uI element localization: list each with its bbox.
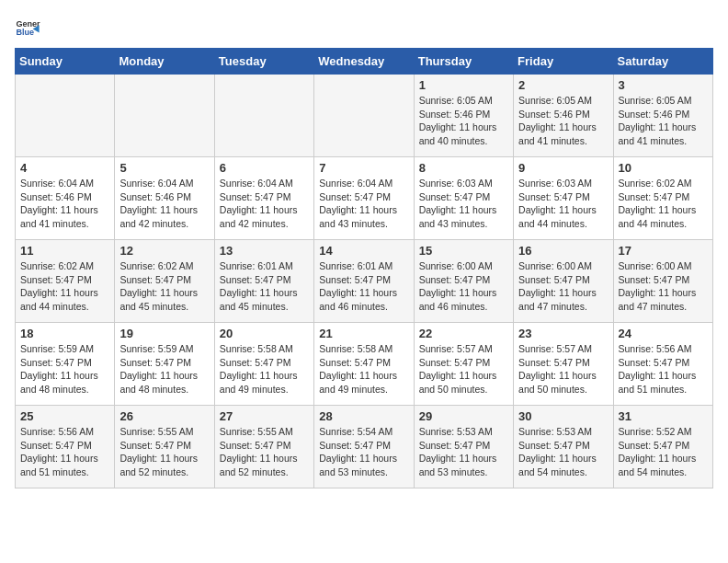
cell-info: Sunrise: 6:01 AM Sunset: 5:47 PM Dayligh… <box>220 259 309 314</box>
day-number: 18 <box>20 327 109 340</box>
cell-info: Sunrise: 6:05 AM Sunset: 5:46 PM Dayligh… <box>419 94 508 148</box>
calendar-cell: 1Sunrise: 6:05 AM Sunset: 5:46 PM Daylig… <box>414 75 513 157</box>
cell-info: Sunrise: 5:59 AM Sunset: 5:47 PM Dayligh… <box>119 342 209 396</box>
day-number: 12 <box>119 244 209 258</box>
week-row-2: 4Sunrise: 6:04 AM Sunset: 5:46 PM Daylig… <box>16 157 713 240</box>
day-number: 26 <box>119 409 209 423</box>
cell-info: Sunrise: 5:55 AM Sunset: 5:47 PM Dayligh… <box>220 425 309 479</box>
calendar-cell: 15Sunrise: 6:00 AM Sunset: 5:47 PM Dayli… <box>414 240 513 323</box>
day-number: 23 <box>518 327 608 340</box>
day-number: 6 <box>220 161 309 175</box>
calendar-cell: 7Sunrise: 6:04 AM Sunset: 5:47 PM Daylig… <box>314 157 414 240</box>
logo: General Blue <box>15 15 40 40</box>
calendar-cell: 21Sunrise: 5:58 AM Sunset: 5:47 PM Dayli… <box>314 323 414 406</box>
cell-info: Sunrise: 6:05 AM Sunset: 5:46 PM Dayligh… <box>518 94 608 148</box>
day-number: 13 <box>220 244 309 258</box>
cell-info: Sunrise: 5:53 AM Sunset: 5:47 PM Dayligh… <box>419 425 508 479</box>
calendar-cell: 4Sunrise: 6:04 AM Sunset: 5:46 PM Daylig… <box>16 157 115 240</box>
cell-info: Sunrise: 5:58 AM Sunset: 5:47 PM Dayligh… <box>220 342 309 396</box>
cell-info: Sunrise: 6:04 AM Sunset: 5:46 PM Dayligh… <box>20 177 109 231</box>
calendar-cell: 6Sunrise: 6:04 AM Sunset: 5:47 PM Daylig… <box>214 157 313 240</box>
cell-info: Sunrise: 6:03 AM Sunset: 5:47 PM Dayligh… <box>419 177 508 231</box>
day-number: 1 <box>419 78 508 92</box>
calendar-cell: 23Sunrise: 5:57 AM Sunset: 5:47 PM Dayli… <box>514 323 613 406</box>
day-number: 25 <box>20 409 109 423</box>
calendar-cell: 25Sunrise: 5:56 AM Sunset: 5:47 PM Dayli… <box>16 406 115 488</box>
day-number: 3 <box>619 78 708 92</box>
calendar-cell: 12Sunrise: 6:02 AM Sunset: 5:47 PM Dayli… <box>115 240 214 323</box>
cell-info: Sunrise: 5:57 AM Sunset: 5:47 PM Dayligh… <box>419 342 508 396</box>
calendar-cell: 17Sunrise: 6:00 AM Sunset: 5:47 PM Dayli… <box>613 240 712 323</box>
day-number: 16 <box>518 244 608 258</box>
calendar-cell <box>115 75 214 157</box>
day-number: 24 <box>619 327 708 340</box>
cell-info: Sunrise: 5:55 AM Sunset: 5:47 PM Dayligh… <box>119 425 209 479</box>
day-number: 5 <box>119 161 209 175</box>
cell-info: Sunrise: 5:53 AM Sunset: 5:47 PM Dayligh… <box>518 425 608 479</box>
day-number: 27 <box>220 409 309 423</box>
calendar-cell: 29Sunrise: 5:53 AM Sunset: 5:47 PM Dayli… <box>414 406 513 488</box>
cell-info: Sunrise: 6:01 AM Sunset: 5:47 PM Dayligh… <box>319 259 408 314</box>
calendar-cell: 26Sunrise: 5:55 AM Sunset: 5:47 PM Dayli… <box>115 406 214 488</box>
cell-info: Sunrise: 6:00 AM Sunset: 5:47 PM Dayligh… <box>419 259 508 314</box>
calendar-cell: 11Sunrise: 6:02 AM Sunset: 5:47 PM Dayli… <box>16 240 115 323</box>
cell-info: Sunrise: 6:02 AM Sunset: 5:47 PM Dayligh… <box>20 259 109 314</box>
day-number: 29 <box>419 409 508 423</box>
cell-info: Sunrise: 5:54 AM Sunset: 5:47 PM Dayligh… <box>319 425 408 479</box>
day-number: 17 <box>619 244 708 258</box>
calendar-cell: 14Sunrise: 6:01 AM Sunset: 5:47 PM Dayli… <box>314 240 414 323</box>
day-number: 21 <box>319 327 408 340</box>
calendar-cell: 22Sunrise: 5:57 AM Sunset: 5:47 PM Dayli… <box>414 323 513 406</box>
cell-info: Sunrise: 5:58 AM Sunset: 5:47 PM Dayligh… <box>319 342 408 396</box>
cell-info: Sunrise: 6:03 AM Sunset: 5:47 PM Dayligh… <box>518 177 608 231</box>
day-header-monday: Monday <box>115 49 214 75</box>
day-number: 8 <box>419 161 508 175</box>
calendar-cell: 24Sunrise: 5:56 AM Sunset: 5:47 PM Dayli… <box>613 323 712 406</box>
day-number: 7 <box>319 161 408 175</box>
day-header-friday: Friday <box>514 49 613 75</box>
calendar-cell: 8Sunrise: 6:03 AM Sunset: 5:47 PM Daylig… <box>414 157 513 240</box>
day-header-wednesday: Wednesday <box>314 49 414 75</box>
calendar-cell: 10Sunrise: 6:02 AM Sunset: 5:47 PM Dayli… <box>613 157 712 240</box>
cell-info: Sunrise: 6:00 AM Sunset: 5:47 PM Dayligh… <box>619 259 708 314</box>
calendar-cell: 27Sunrise: 5:55 AM Sunset: 5:47 PM Dayli… <box>214 406 313 488</box>
cell-info: Sunrise: 5:56 AM Sunset: 5:47 PM Dayligh… <box>619 342 708 396</box>
header: General Blue <box>15 15 713 40</box>
day-header-thursday: Thursday <box>414 49 513 75</box>
day-header-tuesday: Tuesday <box>214 49 313 75</box>
cell-info: Sunrise: 6:05 AM Sunset: 5:46 PM Dayligh… <box>619 94 708 148</box>
day-number: 14 <box>319 244 408 258</box>
calendar-cell <box>314 75 414 157</box>
calendar-table: SundayMondayTuesdayWednesdayThursdayFrid… <box>15 48 713 488</box>
calendar-cell: 3Sunrise: 6:05 AM Sunset: 5:46 PM Daylig… <box>613 75 712 157</box>
cell-info: Sunrise: 6:02 AM Sunset: 5:47 PM Dayligh… <box>119 259 209 314</box>
calendar-cell <box>16 75 115 157</box>
calendar-cell: 2Sunrise: 6:05 AM Sunset: 5:46 PM Daylig… <box>514 75 613 157</box>
day-header-sunday: Sunday <box>16 49 115 75</box>
day-number: 20 <box>220 327 309 340</box>
cell-info: Sunrise: 6:04 AM Sunset: 5:47 PM Dayligh… <box>220 177 309 231</box>
cell-info: Sunrise: 5:52 AM Sunset: 5:47 PM Dayligh… <box>619 425 708 479</box>
day-number: 11 <box>20 244 109 258</box>
week-row-4: 18Sunrise: 5:59 AM Sunset: 5:47 PM Dayli… <box>16 323 713 406</box>
day-number: 2 <box>518 78 608 92</box>
cell-info: Sunrise: 5:56 AM Sunset: 5:47 PM Dayligh… <box>20 425 109 479</box>
day-number: 9 <box>518 161 608 175</box>
calendar-cell: 18Sunrise: 5:59 AM Sunset: 5:47 PM Dayli… <box>16 323 115 406</box>
day-number: 10 <box>619 161 708 175</box>
cell-info: Sunrise: 5:59 AM Sunset: 5:47 PM Dayligh… <box>20 342 109 396</box>
svg-text:Blue: Blue <box>16 28 34 37</box>
day-number: 28 <box>319 409 408 423</box>
calendar-cell: 19Sunrise: 5:59 AM Sunset: 5:47 PM Dayli… <box>115 323 214 406</box>
cell-info: Sunrise: 6:04 AM Sunset: 5:46 PM Dayligh… <box>119 177 209 231</box>
day-number: 4 <box>20 161 109 175</box>
day-header-saturday: Saturday <box>613 49 712 75</box>
calendar-cell: 9Sunrise: 6:03 AM Sunset: 5:47 PM Daylig… <box>514 157 613 240</box>
day-number: 31 <box>619 409 708 423</box>
week-row-5: 25Sunrise: 5:56 AM Sunset: 5:47 PM Dayli… <box>16 406 713 488</box>
cell-info: Sunrise: 6:02 AM Sunset: 5:47 PM Dayligh… <box>619 177 708 231</box>
day-number: 30 <box>518 409 608 423</box>
week-row-1: 1Sunrise: 6:05 AM Sunset: 5:46 PM Daylig… <box>16 75 713 157</box>
cell-info: Sunrise: 6:04 AM Sunset: 5:47 PM Dayligh… <box>319 177 408 231</box>
calendar-cell: 31Sunrise: 5:52 AM Sunset: 5:47 PM Dayli… <box>613 406 712 488</box>
